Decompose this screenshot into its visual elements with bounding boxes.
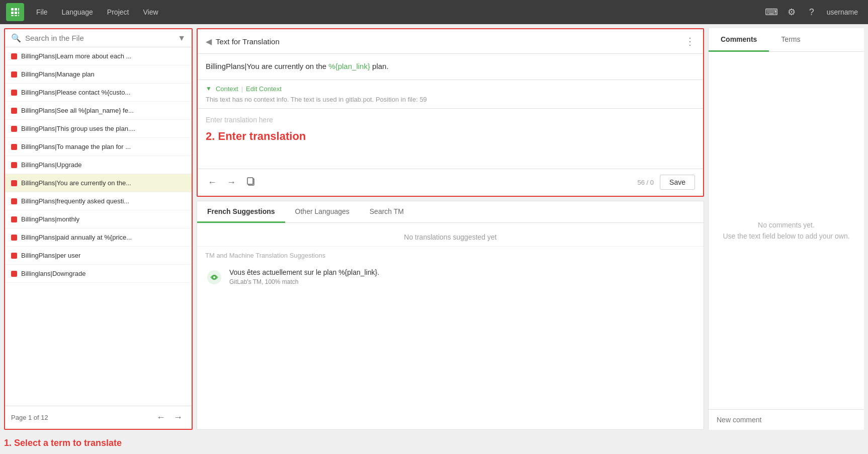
- sidebar-item[interactable]: BillingPlans|frequently asked questi...: [5, 192, 192, 210]
- sidebar-item[interactable]: BillingPlans|You are currently on the...: [5, 174, 192, 192]
- sidebar-item[interactable]: BillingPlans|Manage plan: [5, 65, 192, 84]
- tm-suggested-text: Vous êtes actuellement sur le plan %{pla…: [229, 268, 379, 276]
- right-tabs: CommentsTerms: [709, 28, 864, 52]
- pagination-label: Page 1 of 12: [11, 414, 48, 421]
- item-status-dot: [11, 198, 17, 204]
- prev-page-button[interactable]: ←: [153, 411, 168, 424]
- nav-file[interactable]: File: [30, 5, 54, 19]
- back-button[interactable]: ←: [206, 175, 219, 190]
- sidebar-item[interactable]: BillingPlans|monthly: [5, 210, 192, 229]
- source-variable: %{plan_link}: [328, 62, 370, 70]
- item-label: Billinglans|Downgrade: [21, 270, 85, 277]
- tm-section-label: TM and Machine Translation Suggestions: [197, 246, 704, 262]
- right-panel: CommentsTerms No comments yet. Use the t…: [708, 28, 864, 430]
- svg-rect-1: [15, 8, 17, 11]
- new-comment-area: [709, 409, 864, 430]
- context-section: ▼ Context | Edit Context This text has n…: [198, 80, 703, 109]
- no-suggestions-text: No translations suggested yet: [197, 223, 704, 246]
- tm-logo: [205, 268, 223, 286]
- item-status-dot: [11, 162, 17, 168]
- item-status-dot: [11, 90, 17, 96]
- item-label: BillingPlans|To manage the plan for ...: [21, 143, 131, 150]
- svg-rect-6: [11, 15, 14, 16]
- item-label: BillingPlans|Please contact %{custo...: [21, 89, 130, 96]
- suggestions-tab-search-tm[interactable]: Search TM: [360, 201, 414, 223]
- item-status-dot: [11, 253, 17, 259]
- main-layout: 🔍 ▼ BillingPlans|Learn more about each .…: [0, 24, 868, 434]
- context-label-btn[interactable]: Context: [216, 85, 238, 93]
- item-label: BillingPlans|frequently asked questi...: [21, 197, 129, 205]
- prev-string-button[interactable]: ◀: [206, 37, 212, 46]
- keyboard-icon[interactable]: ⌨: [762, 3, 780, 21]
- sidebar-item[interactable]: Billinglans|Downgrade: [5, 265, 192, 283]
- sidebar-item[interactable]: BillingPlans|paid annually at %{price...: [5, 229, 192, 247]
- search-icon: 🔍: [11, 33, 21, 43]
- item-label: BillingPlans|See all %{plan_name} fe...: [21, 107, 134, 114]
- item-label: BillingPlans|This group uses the plan...…: [21, 125, 135, 132]
- translation-placeholder: Enter translation here: [206, 116, 695, 124]
- forward-button[interactable]: →: [225, 175, 238, 190]
- no-comments-text: No comments yet. Use the text field belo…: [723, 219, 849, 242]
- bottom-instruction-label: 1. Select a term to translate: [0, 434, 868, 450]
- editor-footer: ← → 56 / 0 Save: [198, 169, 703, 196]
- right-tab-terms[interactable]: Terms: [769, 28, 812, 52]
- item-status-dot: [11, 126, 17, 132]
- suggestions-tab-french-suggestions[interactable]: French Suggestions: [197, 201, 285, 223]
- tm-suggestion: Vous êtes actuellement sur le plan %{pla…: [197, 262, 704, 292]
- sidebar-item[interactable]: BillingPlans|This group uses the plan...…: [5, 120, 192, 138]
- item-status-dot: [11, 271, 17, 277]
- svg-rect-5: [18, 12, 19, 14]
- item-label: BillingPlans|paid annually at %{price...: [21, 234, 132, 241]
- sidebar: 🔍 ▼ BillingPlans|Learn more about each .…: [4, 28, 193, 430]
- item-status-dot: [11, 108, 17, 114]
- center-panel: ◀ Text for Translation ⋮ BillingPlans|Yo…: [197, 28, 704, 430]
- edit-context-button[interactable]: Edit Context: [246, 85, 282, 93]
- sidebar-item[interactable]: BillingPlans|Please contact %{custo...: [5, 84, 192, 102]
- nav-view[interactable]: View: [137, 5, 164, 19]
- copy-source-button[interactable]: [244, 174, 258, 191]
- tm-meta: GitLab's TM, 100% match: [229, 278, 379, 285]
- translation-editor: ◀ Text for Translation ⋮ BillingPlans|Yo…: [197, 28, 704, 197]
- sidebar-item[interactable]: BillingPlans|Learn more about each ...: [5, 47, 192, 65]
- item-label: BillingPlans|Upgrade: [21, 161, 81, 169]
- filter-icon[interactable]: ▼: [178, 34, 186, 43]
- suggestions-tab-other-languages[interactable]: Other Languages: [285, 201, 360, 223]
- app-grid-icon[interactable]: [6, 3, 24, 21]
- help-icon[interactable]: ?: [803, 3, 821, 21]
- context-toggle: ▼ Context | Edit Context: [206, 85, 695, 93]
- sidebar-item[interactable]: BillingPlans|To manage the plan for ...: [5, 138, 192, 156]
- item-status-dot: [11, 53, 17, 59]
- settings-icon[interactable]: ⚙: [783, 3, 801, 21]
- sidebar-item[interactable]: BillingPlans|per user: [5, 247, 192, 265]
- next-page-button[interactable]: →: [170, 411, 186, 424]
- translation-input-area[interactable]: Enter translation here 2. Enter translat…: [198, 109, 703, 169]
- pagination: Page 1 of 12 ← →: [5, 406, 192, 429]
- item-status-dot: [11, 71, 17, 78]
- svg-rect-7: [15, 15, 17, 16]
- new-comment-input[interactable]: [717, 416, 856, 424]
- svg-rect-0: [11, 8, 14, 11]
- item-label: BillingPlans|Learn more about each ...: [21, 52, 131, 60]
- save-button[interactable]: Save: [660, 175, 695, 190]
- item-label: BillingPlans|You are currently on the...: [21, 179, 131, 187]
- enter-translation-label: 2. Enter translation: [206, 130, 695, 143]
- source-suffix: plan.: [370, 62, 389, 70]
- item-label: BillingPlans|monthly: [21, 215, 79, 223]
- item-status-dot: [11, 180, 17, 186]
- suggestions-tabs: French SuggestionsOther LanguagesSearch …: [197, 201, 704, 223]
- svg-rect-8: [18, 15, 19, 16]
- right-tab-comments[interactable]: Comments: [709, 28, 769, 52]
- nav-language[interactable]: Language: [56, 5, 99, 19]
- svg-rect-2: [18, 8, 19, 11]
- svg-rect-10: [247, 178, 253, 184]
- sidebar-item[interactable]: BillingPlans|See all %{plan_name} fe...: [5, 102, 192, 120]
- right-content: No comments yet. Use the text field belo…: [709, 52, 864, 409]
- search-bar: 🔍 ▼: [5, 29, 192, 47]
- item-label: BillingPlans|per user: [21, 252, 80, 259]
- sidebar-item[interactable]: BillingPlans|Upgrade: [5, 156, 192, 174]
- item-status-dot: [11, 144, 17, 150]
- context-info: This text has no context info. The text …: [206, 96, 695, 103]
- more-options-button[interactable]: ⋮: [685, 35, 695, 47]
- search-input[interactable]: [25, 34, 173, 42]
- nav-project[interactable]: Project: [101, 5, 135, 19]
